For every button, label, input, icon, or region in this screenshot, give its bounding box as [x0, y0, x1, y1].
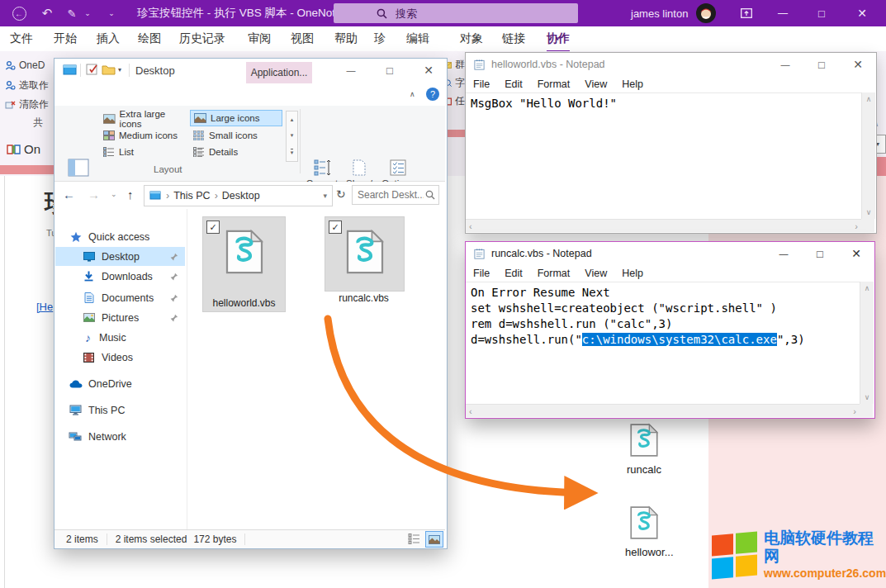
- scroll-down-icon[interactable]: ∨: [865, 393, 870, 401]
- menu-edit[interactable]: Edit: [497, 268, 530, 279]
- tab-edit[interactable]: 编辑: [406, 26, 429, 50]
- sidebar-item-quick-access[interactable]: Quick access: [55, 227, 185, 246]
- page-link[interactable]: [He: [36, 301, 53, 313]
- notepad2-minimize-button[interactable]: —: [765, 242, 802, 265]
- scroll-right-icon[interactable]: ›: [853, 406, 856, 416]
- desktop-icon-runcalc[interactable]: runcalc: [625, 423, 663, 476]
- notepad2-text-area[interactable]: On Error Resume Next set wshshell=create…: [466, 282, 860, 404]
- tab-help[interactable]: 帮助: [334, 26, 358, 50]
- resize-grip[interactable]: [861, 219, 874, 232]
- logo-url[interactable]: www.computer26.com: [764, 566, 886, 581]
- back-icon[interactable]: ←: [8, 2, 30, 24]
- explorer-close-button[interactable]: ✕: [410, 59, 447, 82]
- ribbon-button-clear-author[interactable]: 清除作: [5, 97, 53, 111]
- breadcrumb[interactable]: › This PC › Desktop ▾: [144, 185, 333, 206]
- qat-properties-icon[interactable]: [86, 64, 99, 80]
- file-runcalc-selection[interactable]: ✓: [325, 216, 405, 292]
- undo-icon[interactable]: ↶: [36, 2, 58, 24]
- scroll-left-icon[interactable]: ‹: [469, 406, 472, 416]
- notepad2-maximize-button[interactable]: □: [802, 242, 838, 265]
- tab-view[interactable]: 视图: [291, 26, 314, 50]
- user-name[interactable]: james linton: [631, 7, 688, 20]
- gallery-scrollbar[interactable]: ▴ ▾ ▾: [286, 111, 298, 162]
- layout-list[interactable]: List: [100, 144, 188, 160]
- onenote-minimize-button[interactable]: —: [766, 0, 799, 26]
- menu-file[interactable]: File: [466, 268, 497, 279]
- onenote-search-box[interactable]: [334, 3, 578, 23]
- ribbon-button-select-author[interactable]: 选取作: [5, 78, 53, 92]
- notepad1-minimize-button[interactable]: —: [767, 53, 803, 76]
- collapse-ribbon-icon[interactable]: ∧: [410, 90, 415, 98]
- address-dropdown-icon[interactable]: ▾: [323, 192, 327, 200]
- sidebar-item-downloads[interactable]: Downloads: [55, 267, 185, 286]
- ribbon-display-options-icon[interactable]: [730, 0, 763, 26]
- context-tab-application-tools[interactable]: Application...: [246, 62, 312, 83]
- gallery-down-icon[interactable]: ▾: [291, 132, 294, 139]
- tab-home[interactable]: 开始: [54, 26, 77, 50]
- nav-up-icon[interactable]: ↑: [127, 187, 134, 202]
- sidebar-item-this-pc[interactable]: This PC: [55, 401, 185, 420]
- qat-customize-icon[interactable]: ⌄: [101, 2, 122, 24]
- notepad2-hscrollbar[interactable]: ‹ ›: [466, 404, 860, 417]
- menu-help[interactable]: Help: [614, 78, 651, 90]
- file-checkbox[interactable]: ✓: [329, 220, 342, 234]
- scroll-up-icon[interactable]: ∧: [866, 95, 872, 103]
- nav-back-icon[interactable]: ←: [63, 187, 75, 202]
- scroll-right-icon[interactable]: ›: [855, 221, 858, 231]
- explorer-minimize-button[interactable]: —: [333, 59, 369, 82]
- tab-object[interactable]: 对象: [460, 26, 483, 50]
- notepad1-text-area[interactable]: MsgBox "Hello World!": [466, 92, 861, 220]
- gallery-up-icon[interactable]: ▴: [291, 116, 294, 123]
- file-checkbox[interactable]: ✓: [206, 220, 220, 234]
- layout-medium-icons[interactable]: Medium icons: [100, 127, 188, 144]
- notepad2-close-button[interactable]: ✕: [838, 242, 874, 265]
- breadcrumb-desktop[interactable]: Desktop: [222, 190, 260, 202]
- onenote-close-button[interactable]: ✕: [846, 0, 879, 26]
- sidebar-item-music[interactable]: ♪ Music: [55, 328, 185, 347]
- help-icon[interactable]: ?: [426, 88, 439, 101]
- layout-details[interactable]: Details: [190, 144, 282, 160]
- tab-zhen[interactable]: 珍: [374, 26, 386, 50]
- layout-small-icons[interactable]: Small icons: [190, 127, 282, 144]
- menu-file[interactable]: File: [466, 78, 497, 90]
- menu-format[interactable]: Format: [530, 268, 578, 279]
- breadcrumb-this-pc[interactable]: This PC: [173, 190, 210, 202]
- tab-insert[interactable]: 插入: [97, 26, 120, 50]
- tab-link[interactable]: 链接: [502, 26, 525, 50]
- layout-large-icons[interactable]: Large icons: [190, 110, 282, 126]
- menu-format[interactable]: Format: [530, 78, 578, 90]
- desktop-icon-helloworld[interactable]: hellowor...: [625, 505, 663, 558]
- notebook-selector[interactable]: On: [7, 142, 53, 156]
- explorer-maximize-button[interactable]: □: [372, 59, 408, 82]
- layout-extra-large-icons[interactable]: Extra large icons: [100, 111, 188, 127]
- sidebar-item-pictures[interactable]: Pictures: [55, 308, 185, 327]
- sidebar-item-videos[interactable]: Videos: [55, 348, 185, 367]
- nav-recent-icon[interactable]: ⌄: [111, 190, 117, 198]
- qat-customize-icon[interactable]: ▾: [118, 66, 121, 74]
- tab-collaborate[interactable]: 协作: [547, 26, 570, 53]
- scroll-up-icon[interactable]: ∧: [865, 284, 870, 292]
- sidebar-item-onedrive[interactable]: OneDrive: [55, 374, 185, 393]
- scroll-left-icon[interactable]: ‹: [469, 221, 472, 231]
- notepad2-vscrollbar[interactable]: ∧ ∨: [860, 282, 874, 404]
- file-name[interactable]: runcalc.vbs: [325, 292, 403, 304]
- menu-edit[interactable]: Edit: [497, 78, 530, 90]
- sidebar-item-desktop[interactable]: Desktop: [55, 247, 185, 266]
- tab-file[interactable]: 文件: [10, 26, 33, 50]
- pen-dropdown-icon[interactable]: ⌄: [83, 2, 92, 24]
- pen-mode-icon[interactable]: ✎: [61, 2, 83, 24]
- explorer-search-input[interactable]: [356, 188, 425, 202]
- notepad1-maximize-button[interactable]: □: [803, 53, 840, 76]
- menu-view[interactable]: View: [577, 78, 614, 90]
- sidebar-item-documents[interactable]: Documents: [55, 288, 185, 307]
- onenote-search-input[interactable]: [394, 7, 529, 21]
- tab-history[interactable]: 历史记录: [179, 26, 225, 50]
- avatar[interactable]: [696, 3, 716, 26]
- ribbon-button-onedrive[interactable]: OneD: [5, 59, 53, 71]
- nav-forward-icon[interactable]: →: [88, 187, 100, 202]
- scroll-down-icon[interactable]: ∨: [866, 208, 872, 216]
- menu-help[interactable]: Help: [614, 268, 651, 279]
- qat-newfolder-icon[interactable]: [102, 64, 116, 78]
- tab-review[interactable]: 审阅: [248, 26, 271, 50]
- tab-draw[interactable]: 绘图: [138, 26, 161, 50]
